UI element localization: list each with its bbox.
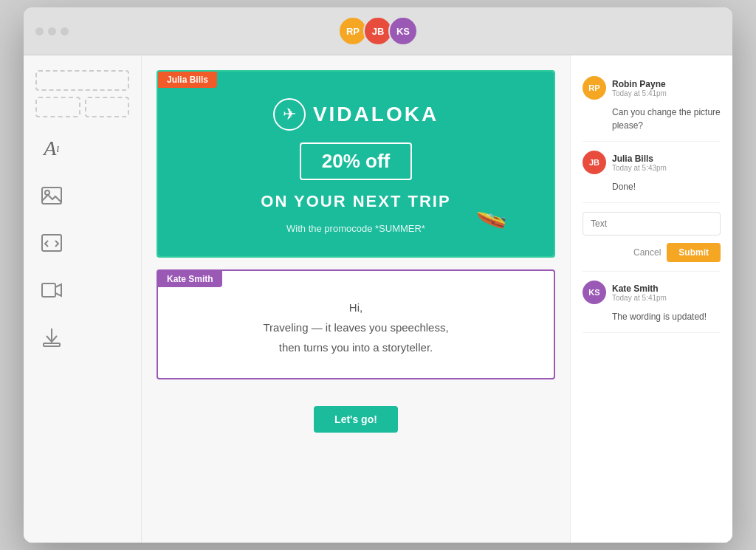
reply-actions: Cancel Submit — [583, 243, 721, 262]
promo-text: With the promocode *SUMMER* — [286, 223, 425, 234]
close-dot — [35, 27, 44, 35]
boat-decoration: 🚤 — [472, 192, 512, 230]
email-line-2: Traveling — it leaves you speechless, — [263, 321, 448, 334]
comment-robin-time: Today at 5:41pm — [612, 89, 667, 97]
comment-robin-text: Can you change the picture please? — [583, 106, 721, 132]
comment-kate: KS Kate Smith Today at 5:41pm The wordin… — [583, 272, 721, 333]
svg-rect-0 — [42, 188, 61, 204]
comment-kate-meta: Kate Smith Today at 5:41pm — [612, 283, 667, 302]
comment-kate-time: Today at 5:41pm — [612, 294, 667, 302]
sidebar-placeholders — [35, 70, 129, 117]
email-line-3: then turns you into a storyteller. — [279, 341, 433, 354]
fullscreen-dot — [61, 27, 69, 35]
vidaloka-text: VIDALOKA — [313, 103, 439, 126]
sidebar: Aı — [24, 55, 142, 543]
cta-button[interactable]: Let's go! — [314, 406, 398, 433]
avatar-ks: KS — [388, 16, 418, 46]
sidebar-placeholder-3 — [85, 97, 130, 117]
plane-icon: ✈ — [273, 98, 306, 131]
avatar-jb: JB — [583, 151, 606, 174]
browser-titlebar: RPJBKS — [24, 7, 732, 55]
comment-julia-header: JB Julia Bills Today at 5:43pm — [583, 151, 721, 174]
svg-point-1 — [45, 190, 49, 195]
card-label-julia: Julia Bills — [158, 72, 217, 88]
right-panel: RP Robin Payne Today at 5:41pm Can you c… — [570, 55, 732, 543]
comment-kate-name: Kate Smith — [612, 283, 667, 294]
comment-julia-time: Today at 5:43pm — [612, 164, 667, 172]
comment-julia-name: Julia Bills — [612, 154, 667, 164]
comment-kate-header: KS Kate Smith Today at 5:41pm — [583, 281, 721, 304]
comment-julia-text: Done! — [583, 180, 721, 193]
avatar-ks: KS — [583, 281, 606, 304]
svg-rect-5 — [44, 343, 60, 346]
comment-julia-meta: Julia Bills Today at 5:43pm — [612, 154, 667, 172]
cta-container: Let's go! — [157, 391, 555, 433]
email-card-1: Julia Bills ✈ VIDALOKA 20% off ON YOUR N… — [157, 70, 555, 258]
sidebar-placeholder-row — [35, 97, 129, 117]
reply-input[interactable] — [583, 212, 721, 236]
email-card-2: Kate Smith Hi, Traveling — it leaves you… — [157, 269, 555, 379]
svg-rect-3 — [42, 283, 55, 297]
embed-tool-icon[interactable] — [35, 227, 68, 259]
discount-box: 20% off — [300, 142, 412, 180]
image-tool-icon[interactable] — [35, 179, 68, 212]
app-body: Aı — [24, 55, 732, 543]
green-banner: ✈ VIDALOKA 20% off ON YOUR NEXT TRIP Wit… — [158, 72, 554, 256]
sidebar-placeholder-2 — [35, 97, 80, 117]
browser-window: RPJBKS Aı — [24, 7, 732, 543]
comment-robin-name: Robin Payne — [612, 79, 667, 89]
vidaloka-logo: ✈ VIDALOKA — [273, 98, 439, 131]
sidebar-placeholder-1 — [35, 70, 129, 91]
submit-button[interactable]: Submit — [667, 243, 721, 262]
headline-text: ON YOUR NEXT TRIP — [261, 192, 450, 211]
video-tool-icon[interactable] — [35, 274, 68, 306]
export-tool-icon[interactable] — [35, 321, 68, 354]
email-line-1: Hi, — [349, 301, 362, 314]
comment-julia: JB Julia Bills Today at 5:43pm Done! — [583, 142, 721, 203]
comment-kate-text: The wording is updated! — [583, 310, 721, 323]
reply-box: Cancel Submit — [583, 203, 721, 272]
avatar-group: RPJBKS — [338, 16, 418, 46]
card-label-kate: Kate Smith — [158, 271, 222, 287]
email-body: Hi, Traveling — it leaves you speechless… — [173, 298, 539, 357]
minimize-dot — [48, 27, 56, 35]
comment-robin: RP Robin Payne Today at 5:41pm Can you c… — [583, 67, 721, 142]
main-content: Julia Bills ✈ VIDALOKA 20% off ON YOUR N… — [142, 55, 570, 543]
avatar-rp: RP — [583, 76, 606, 100]
comment-robin-meta: Robin Payne Today at 5:41pm — [612, 79, 667, 97]
comment-robin-header: RP Robin Payne Today at 5:41pm — [583, 76, 721, 100]
cancel-button[interactable]: Cancel — [633, 247, 661, 258]
window-controls — [35, 27, 69, 35]
text-tool-icon[interactable]: Aı — [35, 132, 68, 165]
